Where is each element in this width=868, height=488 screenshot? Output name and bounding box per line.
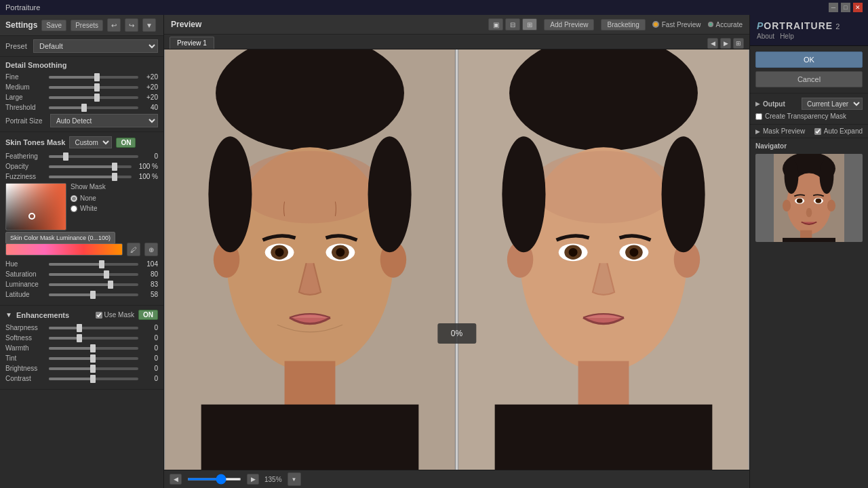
tab-expand[interactable]: ⊞ xyxy=(733,38,744,49)
hue-label: Hue xyxy=(5,260,46,268)
view-icon-2[interactable]: ⊟ xyxy=(505,18,520,30)
cancel-button[interactable]: Cancel xyxy=(755,71,863,87)
reset-color-button[interactable]: ⊕ xyxy=(144,243,158,256)
tab-nav-prev[interactable]: ◀ xyxy=(707,38,718,49)
latitude-slider[interactable] xyxy=(49,293,138,296)
show-mask-white-input[interactable] xyxy=(71,205,77,212)
close-button[interactable]: ✕ xyxy=(853,3,863,12)
fast-preview-row: Fast Preview xyxy=(652,21,701,28)
auto-expand-checkbox[interactable] xyxy=(814,128,821,135)
preview-tab-1[interactable]: Preview 1 xyxy=(170,37,214,49)
accurate-row: Accurate xyxy=(708,21,743,28)
color-cursor xyxy=(28,213,35,220)
softness-value: 0 xyxy=(141,334,158,342)
large-slider[interactable] xyxy=(49,96,138,99)
svg-point-43 xyxy=(827,200,835,211)
svg-point-22 xyxy=(569,248,578,257)
portraiture-version: 2 xyxy=(835,22,840,30)
feathering-slider[interactable] xyxy=(49,155,138,158)
medium-row: Medium +20 xyxy=(5,83,158,91)
about-button[interactable]: About xyxy=(757,33,774,40)
luminance-row: Luminance 83 xyxy=(5,281,158,288)
saturation-slider[interactable] xyxy=(49,273,138,276)
show-mask-panel: Show Mask None White xyxy=(71,183,158,230)
eyedropper-button[interactable]: 🖊 xyxy=(127,243,140,256)
left-panel: Settings Save Presets ↩ ↪ ▼ Preset Defau… xyxy=(0,15,164,488)
svg-point-15 xyxy=(368,136,412,252)
tint-slider[interactable] xyxy=(49,357,138,360)
nav-right-button[interactable]: ▶ xyxy=(247,474,259,485)
right-menu: About Help xyxy=(757,33,861,40)
mask-preview-section: ▶ Mask Preview Auto Expand xyxy=(750,125,868,138)
svg-point-31 xyxy=(662,136,705,252)
skin-tones-on-button[interactable]: ON xyxy=(116,138,136,148)
feathering-value: 0 xyxy=(141,152,158,160)
preset-select[interactable]: Default xyxy=(33,39,158,53)
use-mask-checkbox[interactable] xyxy=(96,312,102,319)
hue-slider[interactable] xyxy=(49,263,138,266)
contrast-slider[interactable] xyxy=(49,378,138,380)
navigator-thumbnail[interactable] xyxy=(755,154,863,242)
threshold-slider[interactable] xyxy=(49,106,138,109)
color-gradient[interactable] xyxy=(5,183,66,230)
color-bar[interactable] xyxy=(5,243,123,256)
svg-point-30 xyxy=(502,136,545,252)
enhancements-toggle[interactable]: ▼ xyxy=(5,311,12,319)
navigator-section: Navigator xyxy=(750,138,868,488)
use-mask-check: Use Mask xyxy=(96,311,134,319)
create-mask-row: Create Transparency Mask xyxy=(755,113,863,120)
help-button[interactable]: Help xyxy=(780,33,794,40)
create-mask-checkbox[interactable] xyxy=(755,113,762,120)
sharpness-slider[interactable] xyxy=(49,327,138,329)
maximize-button[interactable]: □ xyxy=(841,3,850,12)
ok-button[interactable]: OK xyxy=(755,52,863,68)
color-picker-area: Skin Color Mask Luminance (0...100) Show… xyxy=(5,183,158,230)
mask-preview-toggle[interactable]: ▶ xyxy=(755,128,760,135)
bracketing-button[interactable]: Bracketing xyxy=(601,19,645,30)
large-label: Large xyxy=(5,94,46,101)
skin-tones-select[interactable]: Custom xyxy=(69,136,112,148)
softness-row: Softness 0 xyxy=(5,334,158,342)
opacity-slider[interactable] xyxy=(49,165,132,168)
portrait-size-select[interactable]: Auto Detect xyxy=(50,114,158,127)
accurate-radio-dot xyxy=(708,22,713,27)
portrait-size-label: Portrait Size xyxy=(5,117,46,125)
warmth-slider[interactable] xyxy=(49,347,138,350)
center-panel: Preview ▣ ⊟ ⊞ Add Preview Bracketing Fas… xyxy=(164,15,749,488)
presets-button[interactable]: Presets xyxy=(71,20,103,31)
preset-label: Preset xyxy=(5,42,29,50)
add-preview-button[interactable]: Add Preview xyxy=(544,19,594,30)
medium-slider[interactable] xyxy=(49,86,138,89)
nav-left-button[interactable]: ◀ xyxy=(170,474,182,485)
fuzziness-slider[interactable] xyxy=(49,176,132,178)
threshold-row: Threshold 40 xyxy=(5,104,158,111)
output-toggle[interactable]: ▶ xyxy=(755,100,760,107)
skin-tones-title: Skin Tones Mask xyxy=(5,138,65,146)
brightness-slider[interactable] xyxy=(49,367,138,370)
threshold-label: Threshold xyxy=(5,104,46,111)
undo-button[interactable]: ↩ xyxy=(107,18,121,32)
save-button[interactable]: Save xyxy=(41,20,66,31)
zoom-slider[interactable] xyxy=(187,478,241,481)
minimize-button[interactable]: ─ xyxy=(829,3,838,12)
softness-label: Softness xyxy=(5,334,46,342)
softness-slider[interactable] xyxy=(49,337,138,340)
progress-text: 0% xyxy=(451,329,462,338)
output-select[interactable]: Current Layer xyxy=(802,98,863,110)
luminance-slider[interactable] xyxy=(49,283,138,286)
enhancements-on-button[interactable]: ON xyxy=(138,310,158,320)
view-icon-3[interactable]: ⊞ xyxy=(522,18,537,30)
preview-title: Preview xyxy=(171,20,201,29)
redo-button[interactable]: ↪ xyxy=(125,18,138,32)
view-icon-1[interactable]: ▣ xyxy=(488,18,503,30)
zoom-dropdown-button[interactable]: ▼ xyxy=(288,472,301,486)
show-mask-none-radio[interactable]: None xyxy=(71,195,158,202)
fine-slider[interactable] xyxy=(49,76,138,79)
tab-nav-next[interactable]: ▶ xyxy=(720,38,731,49)
menu-button[interactable]: ▼ xyxy=(142,18,156,32)
show-mask-none-input[interactable] xyxy=(71,195,77,202)
svg-point-19 xyxy=(531,151,676,224)
medium-value: +20 xyxy=(141,83,158,91)
latitude-row: Latitude 58 xyxy=(5,291,158,298)
show-mask-white-radio[interactable]: White xyxy=(71,205,158,212)
